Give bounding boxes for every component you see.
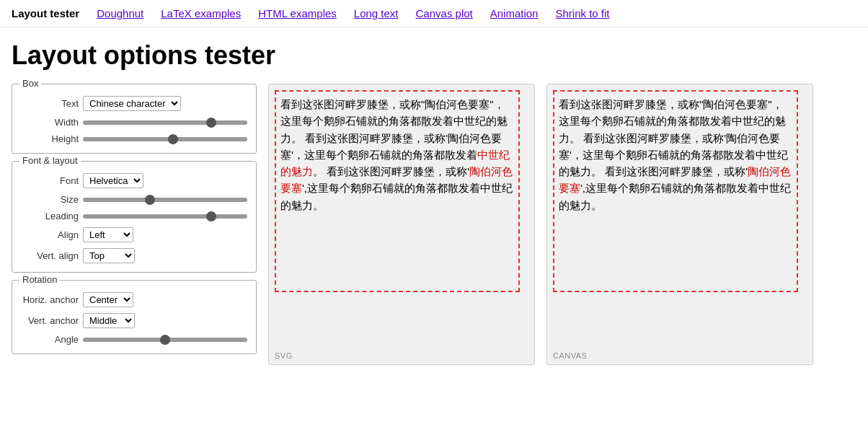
svg-text-box: 看到这张图河畔罗膝堡，或称"陶伯河色要塞"，这里每个鹅卵石铺就的角落都散发着中世…	[275, 90, 520, 292]
vert-align-row: Vert. align Top Middle Bottom	[21, 248, 247, 263]
angle-row: Angle	[21, 334, 247, 345]
box-legend: Box	[19, 78, 41, 89]
font-select[interactable]: Helvetica Arial Times Courier	[83, 173, 143, 188]
red-span-canvas: 陶伯河色要塞	[559, 165, 791, 194]
align-row: Align Left Center Right	[21, 227, 247, 242]
rotation-legend: Rotation	[19, 274, 60, 285]
size-slider[interactable]	[83, 198, 247, 202]
text-label: Text	[21, 98, 79, 109]
page-title: Layout options tester	[0, 27, 868, 78]
red-span-svg2: 陶伯河色要塞	[280, 165, 513, 194]
nav-link-doughnut[interactable]: Doughnut	[97, 7, 143, 19]
left-panel: Box Text Chinese character Latin text Mi…	[12, 84, 257, 354]
nav-link-canvas[interactable]: Canvas plot	[416, 7, 473, 19]
align-label: Align	[21, 229, 79, 240]
nav-brand: Layout tester	[12, 7, 79, 19]
nav-link-html[interactable]: HTML examples	[258, 7, 337, 19]
vert-align-select[interactable]: Top Middle Bottom	[83, 248, 135, 263]
angle-label: Angle	[21, 334, 79, 345]
width-label: Width	[21, 117, 79, 128]
font-row: Font Helvetica Arial Times Courier	[21, 173, 247, 188]
nav-link-animation[interactable]: Animation	[490, 7, 539, 19]
vert-anchor-select[interactable]: Top Middle Bottom	[83, 313, 135, 328]
canvas-text-box: 看到这张图河畔罗膝堡，或称"陶伯河色要塞"，这里每个鹅卵石铺就的角落都散发着中世…	[553, 90, 798, 292]
svg-label: SVG	[269, 348, 534, 364]
nav-link-longtext[interactable]: Long text	[354, 7, 399, 19]
height-row: Height	[21, 133, 247, 144]
canvas-preview-content: 看到这张图河畔罗膝堡，或称"陶伯河色要塞"，这里每个鹅卵石铺就的角落都散发着中世…	[547, 84, 812, 348]
font-label: Font	[21, 175, 79, 186]
leading-slider[interactable]	[83, 214, 247, 219]
width-row: Width	[21, 117, 247, 128]
rotation-section: Rotation Horiz. anchor Left Center Right…	[12, 280, 257, 354]
horiz-anchor-label: Horiz. anchor	[21, 294, 79, 305]
nav-link-shrink[interactable]: Shrink to fit	[555, 7, 609, 19]
text-select[interactable]: Chinese character Latin text Mixed	[83, 96, 181, 111]
size-row: Size	[21, 194, 247, 205]
vert-anchor-row: Vert. anchor Top Middle Bottom	[21, 313, 247, 328]
size-label: Size	[21, 194, 79, 205]
canvas-panel: 看到这张图河畔罗膝堡，或称"陶伯河色要塞"，这里每个鹅卵石铺就的角落都散发着中世…	[546, 84, 813, 365]
vert-align-label: Vert. align	[21, 250, 79, 261]
font-legend: Font & layout	[19, 155, 81, 166]
box-section: Box Text Chinese character Latin text Mi…	[12, 84, 257, 154]
horiz-anchor-select[interactable]: Left Center Right	[83, 292, 133, 307]
font-section: Font & layout Font Helvetica Arial Times…	[12, 161, 257, 273]
main-layout: Box Text Chinese character Latin text Mi…	[0, 78, 868, 377]
nav-link-latex[interactable]: LaTeX examples	[161, 7, 241, 19]
text-row: Text Chinese character Latin text Mixed	[21, 96, 247, 111]
svg-preview-content: 看到这张图河畔罗膝堡，或称"陶伯河色要塞"，这里每个鹅卵石铺就的角落都散发着中世…	[269, 84, 534, 348]
width-slider[interactable]	[83, 120, 247, 125]
align-select[interactable]: Left Center Right	[83, 227, 133, 242]
canvas-label: CANVAS	[547, 348, 812, 364]
navbar: Layout tester Doughnut LaTeX examples HT…	[0, 0, 868, 27]
preview-area: 看到这张图河畔罗膝堡，或称"陶伯河色要塞"，这里每个鹅卵石铺就的角落都散发着中世…	[268, 84, 856, 365]
angle-slider[interactable]	[83, 338, 247, 342]
height-label: Height	[21, 133, 79, 144]
leading-row: Leading	[21, 211, 247, 221]
svg-panel: 看到这张图河畔罗膝堡，或称"陶伯河色要塞"，这里每个鹅卵石铺就的角落都散发着中世…	[268, 84, 535, 365]
vert-anchor-label: Vert. anchor	[21, 315, 79, 326]
horiz-anchor-row: Horiz. anchor Left Center Right	[21, 292, 247, 307]
leading-label: Leading	[21, 211, 79, 221]
height-slider[interactable]	[83, 137, 247, 141]
